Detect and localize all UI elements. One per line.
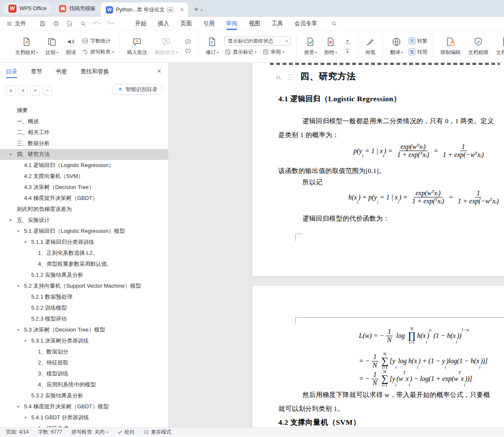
- redo-button[interactable]: ↷▾: [105, 19, 116, 28]
- toc-item[interactable]: ▾5.3.1 决策树分类器训练: [0, 335, 168, 346]
- toc-item[interactable]: 2、特征提取: [0, 357, 168, 368]
- smart-toc-button[interactable]: 智能识别目录: [112, 84, 162, 95]
- word-count-button[interactable]: 字数统计: [82, 36, 114, 46]
- toc-item[interactable]: ▾5.4.1 GBDT 分类器训练: [0, 412, 168, 423]
- menu-tab-review[interactable]: 审阅: [226, 17, 237, 30]
- track-changes-button[interactable]: 修订▾: [202, 35, 222, 58]
- traditional-to-simplified-button[interactable]: 繁 转简: [409, 47, 427, 57]
- search-icon[interactable]: [331, 20, 337, 27]
- tab-thesis-doc[interactable]: W Python...类 毕业论文 ✕: [101, 3, 188, 17]
- toc-item[interactable]: 1、数据划分: [0, 346, 168, 357]
- translate-button[interactable]: 翻译▾: [387, 35, 406, 58]
- toc-item[interactable]: 5.2.1 数据预处理: [0, 291, 168, 302]
- status-spell-check[interactable]: 拼写检查: 关闭▾: [71, 429, 108, 436]
- toc-expand-arrow[interactable]: ▾: [17, 281, 19, 291]
- toc-expand-arrow[interactable]: ▾: [17, 401, 19, 412]
- drag-handle-icon[interactable]: [288, 73, 292, 81]
- sidebar-tab-chapter[interactable]: 章节: [31, 63, 42, 81]
- menu-tab-tools[interactable]: 工具: [272, 17, 283, 30]
- toc-item[interactable]: ▾四、研究方法: [0, 149, 168, 160]
- menu-tab-start[interactable]: 开始: [135, 17, 146, 30]
- toc-item[interactable]: 4.2 支撑向量机（SVM）: [0, 171, 168, 182]
- new-tab-button[interactable]: +: [194, 5, 198, 13]
- simplified-to-traditional-button[interactable]: 简 转繁: [409, 36, 427, 46]
- next-comment-button[interactable]: [183, 47, 193, 55]
- tab-list-button[interactable]: ▾: [201, 8, 203, 12]
- toc-item[interactable]: 4.3 决策树（Decision Tree）: [0, 182, 168, 193]
- toc-item[interactable]: 4、类型权重参数采用默认值。: [0, 259, 168, 270]
- toc-item[interactable]: 1、正则化系数选择 L2。: [0, 248, 168, 259]
- doc-proofing-button[interactable]: 文档校对▾: [12, 35, 41, 58]
- toc-zoom-out-button[interactable]: −: [43, 86, 52, 95]
- menu-tab-page[interactable]: 页面: [181, 17, 192, 30]
- markup-state-select[interactable]: 显示标记的最终状态▾: [224, 36, 291, 46]
- menu-tab-insert[interactable]: 插入: [158, 17, 169, 30]
- toc-item[interactable]: ▾5.4 梯度提升决策树（GBDT）模型: [0, 401, 168, 412]
- review-pane-button[interactable]: 审阅▾: [262, 47, 284, 57]
- toc-item[interactable]: 5.1.2 实验结果及分析: [0, 270, 168, 281]
- insert-comment-button[interactable]: 插入批注: [124, 35, 151, 58]
- sidebar-tab-bookmark[interactable]: 书签: [56, 63, 67, 81]
- toc-expand-arrow[interactable]: ▾: [10, 149, 12, 160]
- delete-comment-button[interactable]: 删除批注▾: [151, 35, 181, 58]
- toc-expand-arrow[interactable]: ▾: [17, 226, 19, 237]
- toc-item[interactable]: 4.1 逻辑回归（Logistic Regression）: [0, 160, 168, 171]
- toc-item[interactable]: 一、概述: [0, 116, 168, 127]
- toc-item[interactable]: ▾5.3 决策树（Decision Tree）模型: [0, 324, 168, 335]
- toc-expand-arrow[interactable]: ▾: [24, 237, 27, 248]
- save-button[interactable]: [37, 19, 48, 28]
- undo-button[interactable]: ↶▾: [91, 19, 102, 28]
- toc-item[interactable]: ▾5.1.1 逻辑回归分类器训练: [0, 237, 168, 248]
- print-preview-button[interactable]: [64, 19, 75, 28]
- toc-item[interactable]: 3、模型训练: [0, 368, 168, 379]
- show-markup-button[interactable]: 显示标记▾: [224, 47, 256, 57]
- toc-item[interactable]: 则此时的负梯度误差为: [0, 204, 168, 215]
- toc-item[interactable]: ▾五、实验设计: [0, 215, 168, 226]
- toc-expand-arrow[interactable]: ▾: [24, 335, 27, 346]
- reject-button[interactable]: 拒绝▾: [321, 35, 340, 58]
- toc-item[interactable]: 5.2.2 训练模型: [0, 302, 168, 313]
- toc-item[interactable]: 4、应用到系统中的模型: [0, 379, 168, 390]
- toc-item[interactable]: 三、数据分析: [0, 138, 168, 149]
- toc-expand-arrow[interactable]: ▾: [24, 412, 27, 423]
- restrict-editing-button[interactable]: 限制编辑: [437, 35, 464, 58]
- status-word-count[interactable]: 字数: 6777: [38, 429, 62, 436]
- previous-change-button[interactable]: [343, 38, 352, 46]
- toc-zoom-in-button[interactable]: +: [30, 86, 40, 95]
- menu-tab-reference[interactable]: 引用: [203, 17, 215, 30]
- sidebar-close-icon[interactable]: ✕: [157, 68, 162, 74]
- toc-item[interactable]: 二、相关工作: [0, 127, 168, 138]
- sidebar-tab-find-replace[interactable]: 查找和替换: [81, 63, 109, 81]
- tab-wps-home[interactable]: W WPS Office: [3, 3, 51, 14]
- toc-expand-button[interactable]: ∧: [18, 86, 28, 95]
- toc-item[interactable]: 5.3.2 实验结果及分析: [0, 390, 168, 401]
- read-aloud-button[interactable]: 朗读: [62, 35, 79, 58]
- toc-item[interactable]: 摘要: [0, 105, 168, 116]
- toc-item[interactable]: ▾5.2 支持向量机（Support Vector Machine）模型: [0, 281, 168, 291]
- pen-button[interactable]: 画笔: [362, 35, 379, 58]
- doc-permission-button[interactable]: 文档权限: [465, 35, 492, 58]
- document-page-1[interactable]: H₁ 四、研究方法 4.1 逻辑回归（Logistic Regression） …: [252, 63, 504, 276]
- document-page-2[interactable]: L(w) = −1N log N∏i=1h(xi)yᵢ (1 − h(xi))1…: [252, 286, 504, 427]
- toc-collapse-button[interactable]: ∨: [6, 86, 16, 95]
- status-proofing[interactable]: 校对: [117, 429, 135, 436]
- tab-close-button[interactable]: ✕: [179, 7, 185, 13]
- compare-button[interactable]: 比较▾: [42, 35, 62, 58]
- next-change-button[interactable]: [343, 47, 352, 55]
- toc-expand-arrow[interactable]: ▾: [17, 324, 19, 335]
- toc-item[interactable]: 4.4 梯度提升决策树（GBDT）: [0, 193, 168, 204]
- find-replace-button[interactable]: [78, 19, 89, 28]
- accept-button[interactable]: 接受▾: [301, 35, 320, 58]
- toc-item[interactable]: 5.2.3 模型评估: [0, 313, 168, 324]
- print-button[interactable]: [51, 19, 62, 28]
- toc-item[interactable]: ▾5.1 逻辑回归（Logistic Regression）模型: [0, 226, 168, 237]
- toc-expand-arrow[interactable]: ▾: [10, 215, 12, 226]
- status-page-indicator[interactable]: 页面: 4/14: [6, 429, 29, 436]
- menu-tab-view[interactable]: 视图: [249, 17, 260, 30]
- tab-template-doc[interactable]: 稿 找稿壳模板: [54, 3, 101, 14]
- toc-item[interactable]: 1、特征生成: [0, 423, 168, 427]
- spell-check-button[interactable]: 拼写检查▾: [82, 47, 114, 57]
- file-menu-button[interactable]: 文件: [0, 20, 30, 27]
- previous-comment-button[interactable]: [183, 38, 193, 46]
- doc-finalize-button[interactable]: 文档定稿: [493, 35, 504, 58]
